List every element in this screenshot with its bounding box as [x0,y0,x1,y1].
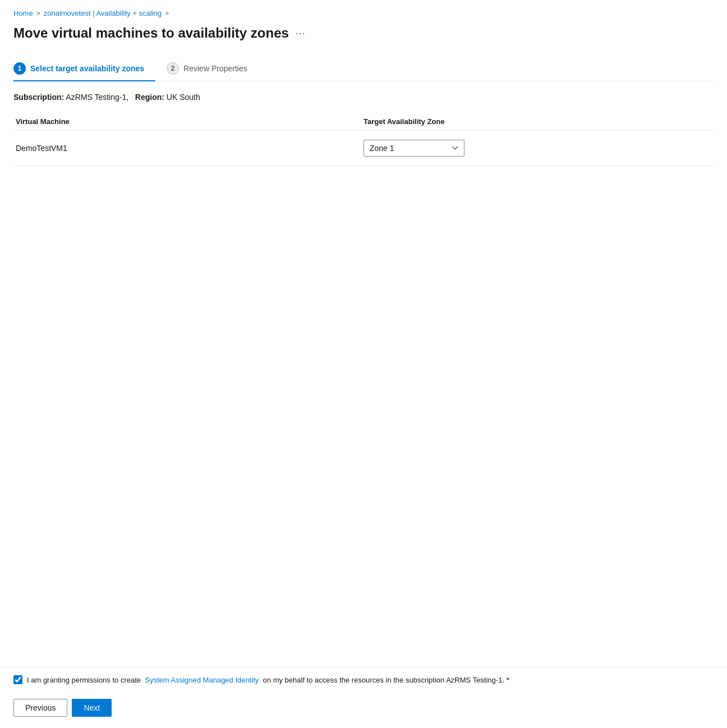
breadcrumb-resource-link[interactable]: zonalmovetest | Availability + scaling [44,9,162,17]
consent-text-after: on my behalf to access the resources in … [263,676,504,684]
consent-bar: I am granting permissions to create Syst… [0,667,727,692]
zone-select-dropdown[interactable]: Zone 1 Zone 2 Zone 3 [364,140,464,157]
vm-name-cell: DemoTestVM1 [13,131,364,166]
vm-table: Virtual Machine Target Availability Zone… [13,113,714,166]
zone-select-cell: Zone 1 Zone 2 Zone 3 [364,131,714,166]
step-badge-1: 1 [13,62,26,75]
footer-actions: Previous Next [0,692,727,728]
col-header-zone: Target Availability Zone [364,113,714,131]
breadcrumb: Home > zonalmovetest | Availability + sc… [13,9,714,17]
step-label-1: Select target availability zones [30,64,144,73]
consent-text: I am granting permissions to create Syst… [27,676,714,684]
required-star: * [507,676,509,684]
step-label-2: Review Properties [183,64,247,73]
region-value: UK South [167,93,200,102]
breadcrumb-home-link[interactable]: Home [13,9,33,17]
page-title-row: Move virtual machines to availability zo… [13,25,714,41]
managed-identity-link[interactable]: System Assigned Managed Identity [145,676,259,684]
breadcrumb-separator-1: > [36,10,40,17]
subscription-info: Subscription: AzRMS Testing-1, Region: U… [13,93,714,102]
next-button[interactable]: Next [72,699,112,717]
subscription-value: AzRMS Testing-1, [66,93,128,102]
previous-button[interactable]: Previous [13,699,67,717]
col-header-vm: Virtual Machine [13,113,364,131]
step-badge-2: 2 [167,62,179,75]
table-row: DemoTestVM1 Zone 1 Zone 2 Zone 3 [13,131,714,166]
consent-checkbox[interactable] [13,675,22,684]
region-label: Region: [135,93,164,102]
wizard-tabs: 1 Select target availability zones 2 Rev… [13,57,714,81]
breadcrumb-separator-2: > [165,10,169,17]
subscription-label: Subscription: [13,93,64,102]
more-options-button[interactable]: ··· [296,28,306,39]
wizard-tab-1[interactable]: 1 Select target availability zones [13,57,155,81]
consent-text-before: I am granting permissions to create [27,676,141,684]
wizard-tab-2[interactable]: 2 Review Properties [167,57,259,81]
page-title: Move virtual machines to availability zo… [13,25,289,41]
